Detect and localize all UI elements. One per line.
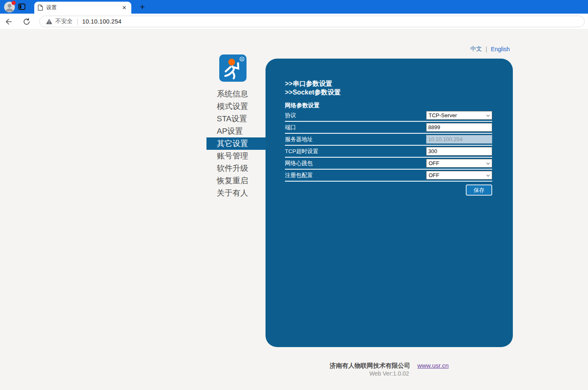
tcp-timeout-label: TCP超时设置 (285, 148, 318, 155)
lang-english-link[interactable]: English (491, 46, 510, 52)
chevron-down-icon (486, 161, 490, 164)
panel-links: >>串口参数设置 >>Socket参数设置 (285, 79, 492, 97)
sidebar-item-mode-settings[interactable]: 模式设置 (206, 100, 266, 113)
heartbeat-packet-select[interactable]: OFF (426, 159, 492, 168)
notification-dot-icon (12, 1, 16, 5)
security-warning-label[interactable]: 不安全 (55, 18, 73, 25)
sidebar-item-ap-settings[interactable]: AP设置 (206, 125, 266, 137)
sidebar-menu: 系统信息模式设置STA设置AP设置其它设置账号管理软件升级恢复重启关于有人 (206, 88, 266, 199)
page-footer: 济南有人物联网技术有限公司 www.usr.cn Web Ver:1.0.02 (266, 362, 513, 377)
company-name: 济南有人物联网技术有限公司 (330, 362, 410, 369)
refresh-icon (23, 18, 31, 26)
usr-logo: R (219, 54, 247, 82)
tab-close-icon[interactable]: × (121, 4, 128, 11)
protocol-label: 协议 (285, 112, 296, 119)
save-row: 保存 (285, 184, 492, 196)
registration-packet-value: OFF (429, 172, 439, 178)
svg-text:R: R (241, 58, 243, 61)
page-icon (38, 5, 43, 11)
port-label: 端口 (285, 124, 296, 131)
url-text[interactable]: 10.10.100.254 (82, 18, 121, 25)
lang-chinese-link[interactable]: 中文 (470, 45, 482, 53)
refresh-button[interactable] (23, 14, 31, 29)
heartbeat-packet-value: OFF (429, 160, 439, 166)
server-address-input (426, 135, 492, 144)
new-tab-button[interactable]: + (137, 2, 148, 12)
form-row-port: 端口 (285, 122, 492, 134)
web-version: Web Ver:1.0.02 (266, 370, 513, 377)
protocol-value: TCP-Server (429, 112, 457, 118)
profile-avatar[interactable] (4, 2, 15, 12)
website-link[interactable]: www.usr.cn (417, 362, 449, 369)
language-switcher: 中文 | English (470, 45, 510, 53)
chevron-down-icon (486, 173, 490, 176)
chevron-down-icon (486, 113, 490, 116)
server-address-label: 服务器地址 (285, 136, 313, 143)
security-warning-icon (46, 19, 52, 24)
socket-settings-link[interactable]: >>Socket参数设置 (285, 88, 492, 97)
sidebar-item-about-usr[interactable]: 关于有人 (206, 187, 266, 199)
save-button[interactable]: 保存 (466, 184, 492, 196)
sidebar-item-other-settings[interactable]: 其它设置 (206, 137, 266, 150)
serial-settings-link[interactable]: >>串口参数设置 (285, 79, 492, 88)
workspaces-icon (18, 3, 26, 10)
tab-title: 设置 (46, 4, 121, 11)
form-row-tcp-timeout: TCP超时设置 (285, 146, 492, 158)
tcp-timeout-input[interactable] (426, 147, 492, 156)
form-row-registration-packet: 注册包配置 OFF (285, 170, 492, 182)
form-row-protocol: 协议 TCP-Server (285, 110, 492, 122)
usr-running-man-icon: R (219, 54, 247, 82)
browser-tab-settings[interactable]: 设置 × (34, 2, 131, 14)
back-button[interactable] (5, 14, 12, 29)
back-arrow-icon (5, 18, 12, 26)
sidebar-item-account[interactable]: 账号管理 (206, 150, 266, 162)
settings-panel: >>串口参数设置 >>Socket参数设置 网络参数设置 协议 TCP-Serv… (266, 59, 513, 347)
form-row-server-address: 服务器地址 (285, 134, 492, 146)
address-bar[interactable]: 不安全 10.10.100.254 (39, 16, 585, 27)
sidebar-item-restore-restart[interactable]: 恢复重启 (206, 175, 266, 187)
sidebar-item-system-info[interactable]: 系统信息 (206, 88, 266, 100)
tab-workspaces-icon[interactable] (18, 3, 26, 10)
sidebar-item-firmware-upgrade[interactable]: 软件升级 (206, 162, 266, 175)
heartbeat-packet-label: 网络心跳包 (285, 160, 313, 167)
form-row-heartbeat-packet: 网络心跳包 OFF (285, 158, 492, 170)
page-content: 中文 | English R 系统信息模式设置STA设置AP设置其它设置账号管理… (0, 30, 588, 390)
registration-packet-label: 注册包配置 (285, 172, 313, 179)
section-title: 网络参数设置 (285, 102, 492, 109)
lang-separator: | (486, 46, 487, 52)
protocol-select[interactable]: TCP-Server (426, 111, 492, 120)
settings-form: 协议 TCP-Server 端口 服务器地址 TCP超时设置 网络心跳包 OFF… (285, 110, 492, 182)
browser-titlebar: 设置 × + (0, 0, 588, 14)
browser-navbar: 不安全 10.10.100.254 (0, 14, 588, 30)
port-input[interactable] (426, 123, 492, 132)
registration-packet-select[interactable]: OFF (426, 171, 492, 180)
address-divider (77, 18, 78, 25)
sidebar-item-sta-settings[interactable]: STA设置 (206, 113, 266, 125)
